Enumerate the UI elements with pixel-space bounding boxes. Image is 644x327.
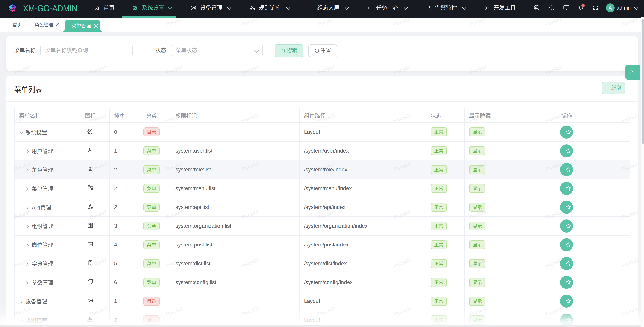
svg-text:PANDA: PANDA bbox=[9, 8, 16, 10]
svg-text:IOT: IOT bbox=[11, 5, 14, 8]
